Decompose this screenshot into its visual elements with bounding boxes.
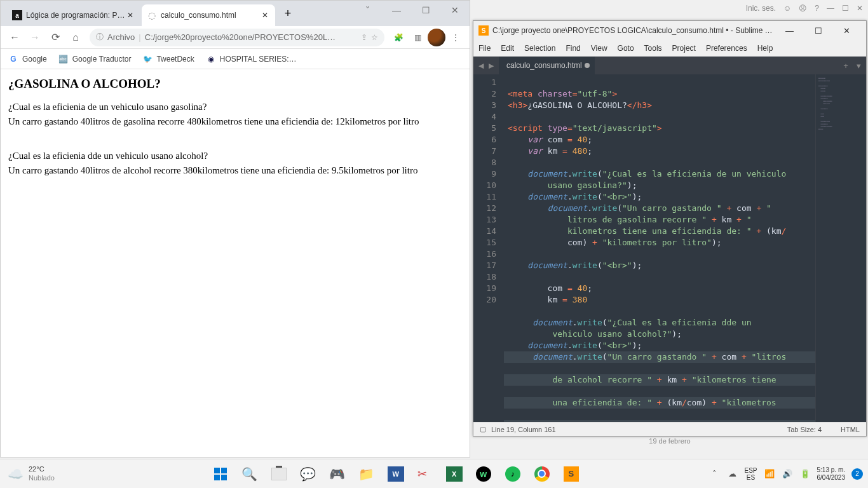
code-area[interactable]: <meta charset="utf-8"> <h3>¿GASOLINA O A… bbox=[504, 74, 815, 422]
maximize-button[interactable]: ☐ bbox=[804, 22, 832, 39]
menu-file[interactable]: File bbox=[478, 44, 491, 53]
status-lang[interactable]: HTML bbox=[841, 426, 860, 433]
status-tabsize[interactable]: Tab Size: 4 bbox=[787, 426, 822, 433]
sublime-tab-active[interactable]: calculo_consumo.html bbox=[499, 57, 595, 74]
new-tab-icon[interactable]: + bbox=[841, 61, 851, 71]
chrome-tab-active[interactable]: ◌ calculo_consumo.html ✕ bbox=[142, 4, 275, 26]
close-icon[interactable]: ✕ bbox=[125, 10, 135, 20]
menu-view[interactable]: View bbox=[591, 44, 607, 53]
notification-badge[interactable]: 2 bbox=[851, 468, 863, 480]
tab-prev-icon[interactable]: ◀ bbox=[476, 62, 486, 70]
circle-icon: ◉ bbox=[206, 54, 216, 64]
login-link[interactable]: Inic. ses. bbox=[746, 4, 776, 13]
close-icon[interactable]: ✕ bbox=[857, 4, 863, 13]
date-strip: 19 de febrero bbox=[473, 437, 867, 446]
address-bar[interactable]: ⓘ Archivo | C:/jorge%20proyecto%20one/PR… bbox=[90, 29, 384, 46]
menu-selection[interactable]: Selection bbox=[524, 44, 555, 53]
volume-icon[interactable]: 🔊 bbox=[782, 468, 793, 480]
sublime-icon: S bbox=[478, 25, 489, 36]
snipping-tool-icon[interactable] bbox=[412, 461, 438, 487]
clock[interactable]: 5:13 p. m. 6/04/2023 bbox=[817, 466, 846, 481]
addr-path: C:/jorge%20proyecto%20one/PROYECTOS%20L… bbox=[145, 32, 357, 42]
sublime-statusbar: ▢ Line 19, Column 161 Tab Size: 4 HTML bbox=[473, 422, 866, 436]
taskbar-weather[interactable]: ☁️ 22°C Nublado bbox=[0, 465, 83, 482]
webex-icon[interactable]: w bbox=[471, 461, 496, 487]
search-icon[interactable]: 🔍 bbox=[237, 461, 262, 487]
sublime-window-controls: — ☐ ✕ bbox=[775, 22, 861, 39]
taskbar-center: 🔍 💬 🎮 📁 W X w ♪ S bbox=[83, 461, 709, 487]
os-session-controls: Inic. ses. ☺ ☹ ? — ☐ ✕ bbox=[746, 4, 863, 13]
reload-button[interactable]: ⟳ bbox=[46, 29, 64, 46]
xbox-icon[interactable]: 🎮 bbox=[325, 461, 350, 487]
bookmark-hospital[interactable]: ◉ HOSPITAL SERIES:… bbox=[206, 54, 297, 64]
sublime-editor[interactable]: 1234567891011121314151617181920 <meta ch… bbox=[473, 74, 866, 422]
face-sad-icon[interactable]: ☹ bbox=[799, 4, 807, 13]
line-gutter: 1234567891011121314151617181920 bbox=[473, 74, 504, 422]
info-icon: ⓘ bbox=[96, 32, 104, 43]
minimap[interactable]: ▬▬▬▬▬▬▬▬▬▬▬▬▬▬▬▬▬▬▬▬▬▬▬▬ ▬▬▬▬ ▬▬▬▬ ▬▬▬▬▬… bbox=[815, 74, 866, 422]
battery-icon[interactable]: 🔋 bbox=[799, 468, 811, 480]
bookmark-translate[interactable]: 🔤 Google Traductor bbox=[58, 54, 132, 64]
menu-tools[interactable]: Tools bbox=[644, 44, 662, 53]
chrome-tab-inactive[interactable]: a Lógica de programación: Prime ✕ bbox=[7, 4, 140, 26]
menu-edit[interactable]: Edit bbox=[501, 44, 514, 53]
close-icon[interactable]: ✕ bbox=[260, 10, 270, 20]
menu-goto[interactable]: Goto bbox=[618, 44, 634, 53]
tab-dropdown-icon[interactable]: ▾ bbox=[853, 61, 864, 71]
minimize-button[interactable]: — bbox=[775, 22, 804, 39]
status-cursor: Line 19, Column 161 bbox=[491, 426, 787, 433]
share-icon[interactable]: ⇪ bbox=[361, 33, 367, 42]
onedrive-icon[interactable]: ☁ bbox=[726, 468, 738, 480]
toolbar-right: 🧩 ▥ ⋮ bbox=[390, 29, 465, 46]
word-icon[interactable]: W bbox=[383, 461, 409, 487]
twitter-icon: 🐦 bbox=[142, 54, 153, 64]
wifi-icon[interactable]: 📶 bbox=[764, 468, 775, 480]
minimize-icon[interactable]: — bbox=[827, 4, 834, 13]
language-selector[interactable]: ESPES bbox=[744, 467, 757, 481]
forward-button[interactable]: → bbox=[26, 29, 44, 46]
menu-project[interactable]: Project bbox=[672, 44, 696, 53]
sublime-tabbar: ◀ ▶ calculo_consumo.html + ▾ bbox=[473, 57, 866, 74]
bookmark-google[interactable]: G Google bbox=[8, 54, 47, 64]
rendered-page: ¿GASOLINA O ALCOHOL? ¿Cual es la eficien… bbox=[1, 69, 470, 457]
spotify-icon[interactable]: ♪ bbox=[500, 461, 526, 487]
bookmark-tweetdeck[interactable]: 🐦 TweetDeck bbox=[142, 54, 194, 64]
excel-icon[interactable]: X bbox=[442, 461, 467, 487]
bookmark-label: TweetDeck bbox=[156, 55, 194, 64]
bookmark-label: Google Traductor bbox=[72, 55, 132, 64]
star-icon[interactable]: ☆ bbox=[371, 33, 378, 42]
sublime-menubar: File Edit Selection Find View Goto Tools… bbox=[473, 40, 866, 57]
chrome-icon[interactable] bbox=[529, 461, 555, 487]
addr-prefix: Archivo bbox=[107, 32, 135, 42]
globe-favicon-icon: ◌ bbox=[147, 10, 157, 20]
tray-overflow-icon[interactable]: ˄ bbox=[709, 468, 720, 480]
tab-next-icon[interactable]: ▶ bbox=[486, 62, 496, 70]
content-l2: Un carro gastando 40litros de alcohol re… bbox=[8, 163, 462, 178]
tab-arrows: ◀ ▶ bbox=[473, 62, 499, 70]
minimize-button[interactable]: — bbox=[382, 1, 411, 20]
back-button[interactable]: ← bbox=[6, 29, 24, 46]
avatar[interactable] bbox=[428, 29, 445, 46]
home-button[interactable]: ⌂ bbox=[67, 29, 85, 46]
start-button[interactable] bbox=[208, 461, 233, 487]
explorer-icon[interactable]: 📁 bbox=[354, 461, 379, 487]
side-panel-icon[interactable]: ▥ bbox=[409, 29, 426, 46]
menu-preferences[interactable]: Preferences bbox=[706, 44, 747, 53]
maximize-button[interactable]: ☐ bbox=[411, 1, 440, 20]
new-tab-button[interactable]: + bbox=[279, 4, 297, 22]
panel-icon[interactable]: ▢ bbox=[480, 425, 486, 433]
chevron-down-icon[interactable]: ˅ bbox=[353, 1, 382, 20]
close-button[interactable]: ✕ bbox=[832, 22, 861, 39]
task-view-icon[interactable] bbox=[266, 461, 292, 487]
chat-icon[interactable]: 💬 bbox=[295, 461, 321, 487]
help-icon[interactable]: ? bbox=[815, 4, 819, 13]
sublime-icon[interactable]: S bbox=[559, 461, 584, 487]
content-q2: ¿Cual es la eficienia dde un vehiculo us… bbox=[8, 149, 462, 163]
menu-icon[interactable]: ⋮ bbox=[447, 29, 465, 46]
maximize-icon[interactable]: ☐ bbox=[842, 4, 849, 13]
face-smile-icon[interactable]: ☺ bbox=[783, 4, 791, 13]
menu-help[interactable]: Help bbox=[757, 44, 773, 53]
menu-find[interactable]: Find bbox=[566, 44, 580, 53]
extensions-icon[interactable]: 🧩 bbox=[390, 29, 407, 46]
close-button[interactable]: ✕ bbox=[440, 1, 470, 20]
